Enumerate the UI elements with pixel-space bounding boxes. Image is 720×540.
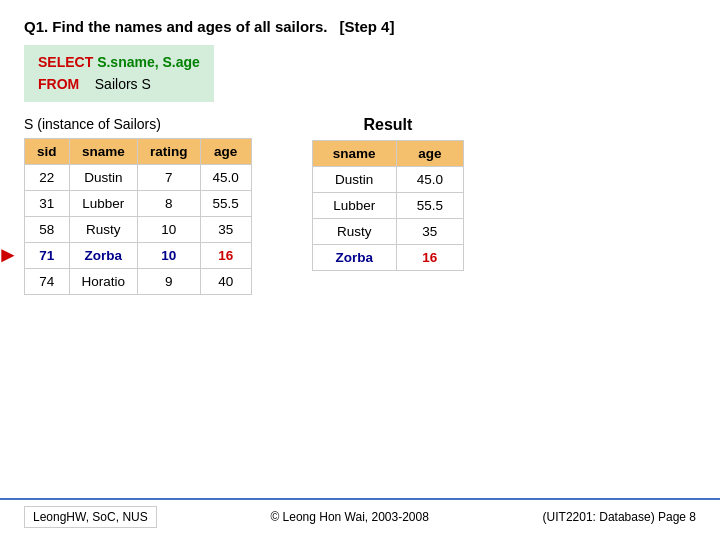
- table-row: 58 Rusty 10 35: [25, 216, 252, 242]
- main-content: S (instance of Sailors) sid sname rating…: [24, 116, 696, 295]
- footer-copyright: © Leong Hon Wai, 2003-2008: [270, 510, 429, 524]
- sailors-col-age: age: [200, 138, 251, 164]
- cell-age: 40: [200, 268, 251, 294]
- result-cell-sname-zorba: Zorba: [312, 244, 396, 270]
- question-text: Q1. Find the names and ages of all sailo…: [24, 18, 327, 35]
- cell-rating: 9: [138, 268, 201, 294]
- result-cell-sname: Dustin: [312, 166, 396, 192]
- result-cell-age: 45.0: [396, 166, 463, 192]
- sql-from-keyword: FROM: [38, 76, 79, 92]
- question-header: Q1. Find the names and ages of all sailo…: [24, 18, 696, 35]
- cell-sid: 74: [25, 268, 70, 294]
- cell-age: 55.5: [200, 190, 251, 216]
- cell-sid: 22: [25, 164, 70, 190]
- cell-sname: Zorba: [69, 242, 138, 268]
- sql-select-value: S.sname, S.age: [97, 54, 200, 70]
- cell-sid: 58: [25, 216, 70, 242]
- footer-author: LeongHW, SoC, NUS: [24, 506, 157, 528]
- row-arrow: ►: [0, 242, 19, 268]
- cell-rating: 10: [138, 242, 201, 268]
- sql-select-keyword: SELECT: [38, 54, 93, 70]
- sailors-header-row: sid sname rating age: [25, 138, 252, 164]
- cell-rating: 8: [138, 190, 201, 216]
- result-cell-age: 35: [396, 218, 463, 244]
- cell-rating: 10: [138, 216, 201, 242]
- sailors-table: sid sname rating age 22 Dustin 7 45.0 31: [24, 138, 252, 295]
- sql-box: SELECT S.sname, S.age FROM Sailors S: [24, 45, 214, 102]
- table-row: 31 Lubber 8 55.5: [25, 190, 252, 216]
- result-cell-sname: Lubber: [312, 192, 396, 218]
- sailors-section: S (instance of Sailors) sid sname rating…: [24, 116, 252, 295]
- footer: LeongHW, SoC, NUS © Leong Hon Wai, 2003-…: [0, 498, 720, 528]
- result-header-row: sname age: [312, 140, 463, 166]
- sailors-col-rating: rating: [138, 138, 201, 164]
- table-row: 22 Dustin 7 45.0: [25, 164, 252, 190]
- cell-sid: ► 71: [25, 242, 70, 268]
- cell-rating: 7: [138, 164, 201, 190]
- sailors-col-sid: sid: [25, 138, 70, 164]
- result-cell-age: 55.5: [396, 192, 463, 218]
- cell-sname: Dustin: [69, 164, 138, 190]
- sql-from-value: Sailors S: [95, 76, 151, 92]
- page: Q1. Find the names and ages of all sailo…: [0, 0, 720, 540]
- table-row-zorba: ► 71 Zorba 10 16: [25, 242, 252, 268]
- sailors-table-title: S (instance of Sailors): [24, 116, 252, 132]
- result-row: Dustin 45.0: [312, 166, 463, 192]
- result-title: Result: [312, 116, 464, 134]
- cell-age-highlight: 16: [200, 242, 251, 268]
- table-row: 74 Horatio 9 40: [25, 268, 252, 294]
- result-col-age: age: [396, 140, 463, 166]
- result-section: Result sname age Dustin 45.0 Lubber 55.: [312, 116, 464, 271]
- result-col-sname: sname: [312, 140, 396, 166]
- cell-sname: Horatio: [69, 268, 138, 294]
- cell-age: 35: [200, 216, 251, 242]
- result-cell-age-zorba: 16: [396, 244, 463, 270]
- cell-sid: 31: [25, 190, 70, 216]
- step-label: [Step 4]: [339, 18, 394, 35]
- result-row: Lubber 55.5: [312, 192, 463, 218]
- result-row-zorba: Zorba 16: [312, 244, 463, 270]
- result-row: Rusty 35: [312, 218, 463, 244]
- result-table: sname age Dustin 45.0 Lubber 55.5 Rusty: [312, 140, 464, 271]
- sailors-col-sname: sname: [69, 138, 138, 164]
- cell-age: 45.0: [200, 164, 251, 190]
- result-cell-sname: Rusty: [312, 218, 396, 244]
- cell-sname: Rusty: [69, 216, 138, 242]
- cell-sname: Lubber: [69, 190, 138, 216]
- footer-page: (UIT2201: Database) Page 8: [543, 510, 696, 524]
